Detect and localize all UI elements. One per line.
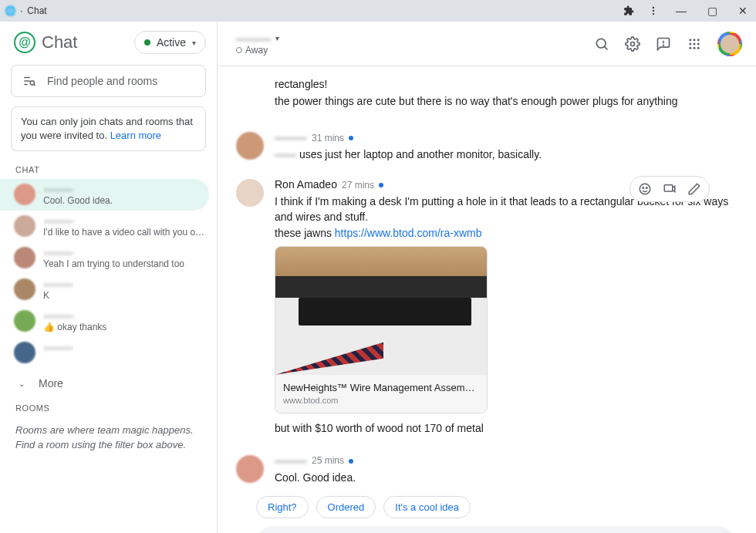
message: ——— 31 mins —— uses just her laptop and …	[218, 126, 756, 168]
chevron-down-icon: ▾	[192, 39, 196, 47]
chat-name: ———	[43, 278, 73, 290]
chevron-down-icon[interactable]: ▾	[275, 34, 279, 42]
conversation-title: ———	[236, 32, 271, 45]
chat-name: ———	[43, 310, 106, 322]
search-placeholder: Find people and rooms	[47, 75, 157, 87]
presence-text: Away	[245, 45, 268, 56]
chat-item[interactable]: ———	[0, 337, 217, 368]
chat-item[interactable]: ——— Cool. Good idea.	[0, 179, 209, 211]
learn-more-link[interactable]: Learn more	[110, 130, 161, 141]
unread-dot-icon	[349, 459, 353, 464]
message-text: Cool. Good idea.	[275, 471, 737, 486]
message-text: but with $10 worth of wood not 170 of me…	[275, 421, 737, 437]
svg-point-24	[646, 187, 648, 189]
sidebar: @ Chat Active ▾ Find people and rooms Yo…	[0, 22, 218, 533]
app-favicon: 🌐	[5, 5, 15, 16]
unread-dot-icon	[349, 136, 353, 140]
product-logo: @ Chat	[14, 32, 77, 53]
search-icon	[22, 74, 36, 88]
section-chat-label: CHAT	[0, 160, 217, 179]
avatar	[236, 179, 264, 207]
svg-point-12	[663, 45, 664, 46]
link-preview-image	[275, 247, 487, 375]
message-time: 25 mins	[312, 454, 344, 467]
forward-icon[interactable]	[663, 182, 677, 196]
message-text: these jawns https://www.btod.com/ra-xwmb	[275, 226, 737, 241]
more-chats-button[interactable]: ⌄ More	[0, 368, 217, 399]
window-title: Chat	[27, 5, 46, 16]
window-close-button[interactable]: ✕	[734, 5, 751, 17]
avatar	[14, 215, 35, 237]
presence-selector[interactable]: Active ▾	[134, 31, 206, 54]
message-time: 27 mins	[342, 179, 374, 192]
presence-label: Active	[157, 36, 186, 49]
svg-point-15	[697, 39, 700, 41]
chat-name: ———	[43, 184, 113, 195]
message-time: 31 mins	[312, 132, 344, 145]
invite-info-text: You can only join chats and rooms that y…	[21, 116, 193, 141]
link-preview-card[interactable]: NewHeights™ Wire Management Assembly Pac…	[275, 246, 488, 414]
svg-point-8	[596, 39, 606, 48]
search-icon[interactable]	[594, 36, 609, 52]
extensions-icon[interactable]	[623, 5, 634, 16]
invite-info-card: You can only join chats and rooms that y…	[11, 106, 206, 151]
svg-line-9	[604, 46, 607, 49]
svg-point-14	[694, 39, 696, 41]
smart-reply-chip[interactable]: Right?	[256, 496, 309, 518]
chat-preview: Cool. Good idea.	[43, 195, 113, 206]
window-maximize-button[interactable]: ▢	[704, 5, 721, 17]
edit-pencil-icon[interactable]	[687, 182, 701, 196]
svg-point-19	[689, 46, 691, 49]
svg-point-23	[643, 187, 644, 189]
message-author: ———	[275, 454, 307, 469]
svg-point-2	[653, 13, 654, 15]
message-link[interactable]: https://www.btod.com/ra-xwmb	[335, 227, 482, 239]
feedback-icon[interactable]	[656, 36, 671, 52]
svg-point-18	[697, 42, 700, 45]
chat-preview: K	[43, 290, 73, 301]
chevron-down-icon: ⌄	[19, 380, 25, 388]
account-avatar[interactable]	[717, 32, 742, 56]
message-text: —— uses just her laptop and another moni…	[275, 147, 737, 163]
chat-item[interactable]: ——— I'd like to have a video call with y…	[0, 211, 217, 242]
chat-item[interactable]: ——— K	[0, 274, 217, 305]
message-author: Ron Amadeo	[275, 177, 337, 193]
apps-grid-icon[interactable]	[687, 36, 702, 52]
smart-reply-chip[interactable]: Ordered	[316, 496, 376, 518]
svg-point-21	[697, 46, 700, 49]
svg-point-16	[689, 42, 691, 45]
react-emoji-icon[interactable]	[638, 182, 652, 196]
presence-away-icon	[236, 47, 242, 53]
settings-gear-icon[interactable]	[625, 36, 640, 52]
avatar	[236, 132, 264, 160]
svg-point-20	[694, 46, 696, 49]
avatar	[14, 310, 35, 332]
message-composer[interactable]: History on	[256, 526, 734, 533]
window-minimize-button[interactable]: —	[673, 5, 690, 17]
more-label: More	[39, 377, 63, 390]
chat-item[interactable]: ——— Yeah I am trying to understand too	[0, 242, 217, 274]
window-titlebar: 🌐 · Chat — ▢ ✕	[0, 0, 756, 22]
svg-point-10	[631, 42, 635, 46]
chat-name: ———	[43, 247, 184, 258]
chat-item[interactable]: ——— 👍 okay thanks	[0, 305, 217, 337]
smart-reply-row: Right? Ordered It's a cool idea	[218, 491, 756, 523]
svg-line-7	[34, 85, 35, 86]
rooms-help-text: Rooms are where team magic happens. Find…	[0, 417, 217, 457]
chat-logo-icon: @	[14, 32, 35, 53]
chat-preview: I'd like to have a video call with you o…	[43, 227, 206, 238]
product-name: Chat	[42, 32, 77, 52]
message: ——— 25 mins Cool. Good idea.	[218, 449, 756, 491]
message: Ron Amadeo 27 mins I think if I'm making…	[218, 173, 756, 443]
search-input[interactable]: Find people and rooms	[11, 65, 206, 97]
message-author: ———	[275, 130, 307, 146]
conversation-pane: ——— ▾ Away	[218, 22, 756, 533]
unread-dot-icon	[379, 183, 383, 187]
window-title-separator: ·	[20, 5, 22, 16]
avatar	[14, 247, 35, 268]
link-preview-title: NewHeights™ Wire Management Assembly Pac…	[283, 381, 479, 395]
smart-reply-chip[interactable]: It's a cool idea	[383, 496, 471, 518]
more-vert-icon[interactable]	[648, 5, 659, 16]
presence-dot-icon	[144, 39, 150, 46]
chat-name: ———	[43, 215, 206, 227]
